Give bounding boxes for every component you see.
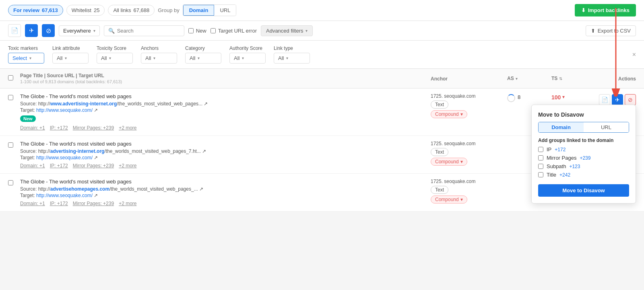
chevron-down-icon: ▾ xyxy=(305,29,308,33)
row-1-actions: 📄 ✈ ⊘ xyxy=(596,93,636,105)
col-main-header: Page Title | Source URL | Target URL 1-1… xyxy=(20,73,427,84)
row-1-source: Source: http://www.advertising-internet.… xyxy=(20,101,427,107)
row-1-anchor-source: 1725. seoquake.com xyxy=(431,93,503,99)
row-2-checkbox[interactable] xyxy=(8,142,13,148)
new-checkbox-label[interactable]: New xyxy=(188,28,206,34)
row-3-compound-pill[interactable]: Compound ▾ xyxy=(431,195,467,204)
link-attribute-filter: Link attribute All ▾ xyxy=(52,45,89,64)
disavow-subpath-checkbox[interactable] xyxy=(538,164,543,169)
col-ts-label: TS xyxy=(551,76,557,81)
row-3-more-link[interactable]: +2 more xyxy=(119,201,136,206)
import-backlinks-button[interactable]: ⬇ Import backlinks xyxy=(575,4,636,16)
row-1-more-link[interactable]: +2 more xyxy=(119,125,136,131)
row-2-ip-link[interactable]: IP: +172 xyxy=(50,163,68,169)
target-url-error-checkbox[interactable] xyxy=(211,28,216,33)
category-value: All xyxy=(190,55,195,61)
col-actions-label: Actions xyxy=(618,76,636,82)
disavow-tab-domain[interactable]: Domain xyxy=(539,122,584,132)
link-type-select[interactable]: All ▾ xyxy=(274,53,310,64)
row-2-mirror-link[interactable]: Mirror Pages: +239 xyxy=(73,163,114,169)
disavow-mirror-label: Mirror Pages xyxy=(547,155,576,161)
move-to-disavow-button[interactable]: Move to Disavow xyxy=(538,184,629,197)
row-3-anchor-source: 1725. seoquake.com xyxy=(431,179,503,184)
category-select[interactable]: All ▾ xyxy=(185,53,221,64)
chevron-down-icon: ▾ xyxy=(109,56,111,60)
disavow-tab-url[interactable]: URL xyxy=(584,122,629,132)
row-2-source-link[interactable]: advertising-internet.org xyxy=(50,148,105,154)
anchors-label: Anchors xyxy=(141,45,177,51)
row-2-main: The Globe - The world's most visited web… xyxy=(20,141,427,169)
send-icon-btn[interactable]: ✈ xyxy=(25,24,38,37)
row-1-target-ext-icon[interactable]: ↗ xyxy=(94,107,98,113)
row-2-compound-pill[interactable]: Compound ▾ xyxy=(431,158,467,166)
location-dropdown[interactable]: Everywhere ▾ xyxy=(59,25,100,36)
row-3-source-link[interactable]: advertisehomepages.com xyxy=(50,186,109,192)
row-3-target: Target: http://www.seoquake.com/ ↗ xyxy=(20,193,427,198)
tab-whitelist[interactable]: Whitelist 25 xyxy=(66,5,105,16)
new-checkbox[interactable] xyxy=(188,28,194,33)
disavow-mirror-count: +239 xyxy=(580,155,590,161)
row-3-domain-link[interactable]: Domain: +1 xyxy=(20,201,45,206)
link-attribute-select[interactable]: All ▾ xyxy=(52,53,89,64)
advanced-filters-button[interactable]: Advanced filters ▾ xyxy=(261,25,313,36)
disavow-mirror-checkbox[interactable] xyxy=(538,155,543,160)
row-2-ext-link-icon[interactable]: ↗ xyxy=(202,148,206,154)
disavow-subpath-count: +123 xyxy=(569,164,580,169)
row-1-main: The Globe - The world's most visited web… xyxy=(20,93,427,131)
col-ts-header[interactable]: TS ⇅ xyxy=(551,76,592,81)
col-as-header[interactable]: AS ▾ xyxy=(507,76,547,81)
row-1-checkbox[interactable] xyxy=(8,95,13,100)
row-3-ext-link-icon[interactable]: ↗ xyxy=(199,186,203,192)
new-label: New xyxy=(196,28,206,34)
row-3-checkbox[interactable] xyxy=(8,180,13,185)
row-1-compound-pill[interactable]: Compound ▾ xyxy=(431,110,467,118)
file-icon-btn[interactable]: 📄 xyxy=(8,24,21,37)
row-2-more-link[interactable]: +2 more xyxy=(119,163,136,169)
import-btn-label: Import backlinks xyxy=(588,7,630,13)
anchors-select[interactable]: All ▾ xyxy=(141,53,177,64)
row-1-send-btn[interactable]: ✈ xyxy=(612,94,623,105)
table-row: The Globe - The world's most visited web… xyxy=(0,88,644,136)
close-filters-button[interactable]: × xyxy=(632,51,636,58)
export-label: Export to CSV xyxy=(598,28,631,34)
tab-for-review[interactable]: For review 67,613 xyxy=(8,5,63,16)
toxicity-score-select[interactable]: All ▾ xyxy=(97,53,133,64)
disavow-ip-checkbox[interactable] xyxy=(538,147,543,152)
row-1-ts-dropdown[interactable]: ▾ xyxy=(562,94,565,100)
row-3-target-link[interactable]: http://www.seoquake.com/ xyxy=(36,193,93,198)
group-by-url-btn[interactable]: URL xyxy=(214,5,236,16)
chevron-down-icon: ▾ xyxy=(29,56,31,60)
search-input[interactable] xyxy=(117,28,180,34)
group-by-domain-btn[interactable]: Domain xyxy=(183,5,215,16)
disavow-title-checkbox[interactable] xyxy=(538,172,543,177)
row-3-ip-link[interactable]: IP: +172 xyxy=(50,201,68,206)
toxic-markers-select[interactable]: Select ▾ xyxy=(8,53,44,64)
row-1-file-btn[interactable]: 📄 xyxy=(599,94,610,105)
row-1-as-spinner xyxy=(507,94,515,102)
target-url-error-label[interactable]: Target URL error xyxy=(211,28,257,34)
row-2-target-link[interactable]: http://www.seoquake.com/ xyxy=(36,155,93,160)
row-1-block-btn[interactable]: ⊘ xyxy=(625,94,636,105)
row-1-mirror-link[interactable]: Mirror Pages: +239 xyxy=(73,125,114,131)
table-header: Page Title | Source URL | Target URL 1-1… xyxy=(0,69,644,88)
link-type-label: Link type xyxy=(274,45,310,51)
authority-score-select[interactable]: All ▾ xyxy=(229,53,266,64)
row-3-target-ext-icon[interactable]: ↗ xyxy=(94,193,98,198)
row-1-ip-link[interactable]: IP: +172 xyxy=(50,125,68,131)
tab-all-links[interactable]: All links 67,688 xyxy=(108,5,155,16)
row-2-domain-link[interactable]: Domain: +1 xyxy=(20,163,45,169)
row-1-target-link[interactable]: http://www.seoquake.com/ xyxy=(36,107,93,113)
row-1-source-link[interactable]: www.advertising-internet.org xyxy=(50,101,117,107)
select-all-checkbox[interactable] xyxy=(8,75,13,80)
row-1-ext-link-icon[interactable]: ↗ xyxy=(204,101,208,107)
file-icon: 📄 xyxy=(11,27,19,34)
row-1-domain-link[interactable]: Domain: +1 xyxy=(20,125,45,131)
block-icon-btn[interactable]: ⊘ xyxy=(42,24,55,37)
authority-score-value: All xyxy=(234,55,239,61)
chevron-down-icon: ▾ xyxy=(93,29,95,33)
row-2-anchor-source: 1725. seoquake.com xyxy=(431,141,503,146)
disavow-subtitle: Add groups linked to the domain xyxy=(538,138,629,143)
row-3-mirror-link[interactable]: Mirror Pages: +239 xyxy=(73,201,114,206)
export-csv-button[interactable]: ⬆ Export to CSV xyxy=(586,25,636,36)
row-2-target-ext-icon[interactable]: ↗ xyxy=(94,155,98,160)
